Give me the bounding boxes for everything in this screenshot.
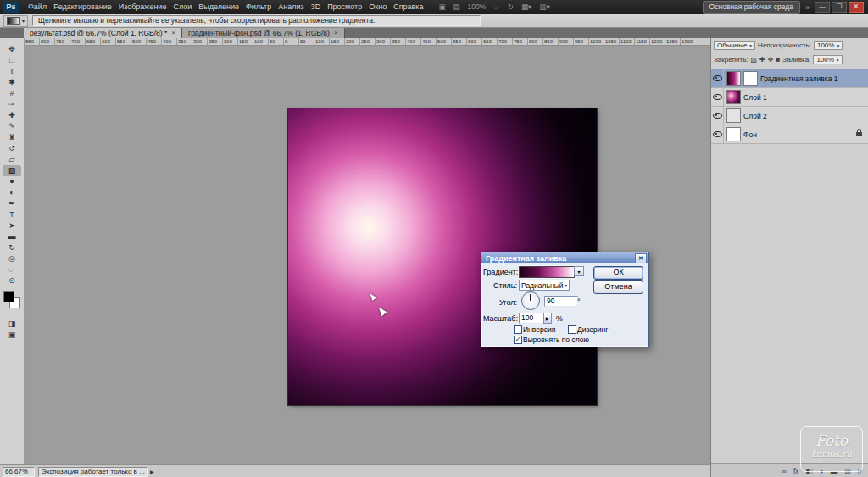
panel-collapse-chevrons[interactable]: »: [805, 3, 810, 12]
orbit-3d-tool[interactable]: ◎: [3, 253, 21, 264]
quick-selection-tool[interactable]: ✱: [3, 77, 21, 88]
status-message: Экспозиция работает только в ...: [38, 467, 148, 477]
marquee-tool[interactable]: □: [3, 55, 21, 66]
menu-item[interactable]: 3D: [308, 0, 325, 14]
pen-tool[interactable]: ✒: [3, 198, 21, 209]
invert-checkbox[interactable]: [514, 325, 522, 334]
lock-position-icon[interactable]: ✥: [768, 56, 774, 64]
menu-item[interactable]: Справка: [390, 0, 426, 14]
arrange-documents-icon[interactable]: ▦▾: [521, 0, 531, 14]
visibility-toggle[interactable]: [711, 125, 724, 143]
minimize-button[interactable]: —: [815, 2, 830, 13]
move-tool[interactable]: ✥: [3, 44, 21, 55]
visibility-toggle[interactable]: [711, 88, 724, 106]
layer-name: Слой 1: [743, 93, 767, 102]
rotate-3d-tool[interactable]: ↻: [3, 242, 21, 253]
layer-thumbnail[interactable]: [726, 90, 741, 104]
angle-dial[interactable]: [521, 291, 540, 310]
status-popup-icon[interactable]: ▶: [150, 469, 154, 474]
layer-row[interactable]: Слой 1: [711, 88, 868, 107]
bridge-icon[interactable]: ▣: [438, 0, 445, 14]
fill-select[interactable]: 100% ▾: [813, 55, 842, 64]
blur-tool[interactable]: ●: [3, 176, 21, 187]
lock-all-icon[interactable]: ■: [776, 56, 781, 64]
angle-input[interactable]: 90: [544, 296, 578, 307]
close-button[interactable]: ✕: [849, 2, 864, 13]
layer-row[interactable]: Градиентная заливка 1: [711, 69, 868, 88]
layer-thumbnail[interactable]: [726, 71, 741, 86]
gradient-tool[interactable]: ▨: [3, 165, 21, 176]
layer-thumbnail[interactable]: [726, 108, 741, 123]
layer-row[interactable]: Слой 2: [711, 107, 868, 125]
maximize-button[interactable]: ❐: [832, 2, 847, 13]
lasso-tool[interactable]: ℓ: [3, 66, 21, 77]
visibility-toggle[interactable]: [711, 107, 724, 125]
shape-tool[interactable]: ▬: [3, 231, 21, 242]
tab-close-icon[interactable]: ×: [171, 29, 175, 36]
dialog-titlebar[interactable]: Градиентная заливка ✕: [481, 252, 648, 263]
opacity-value: 100%: [817, 42, 834, 49]
link-layers-icon[interactable]: ∞: [782, 467, 787, 475]
scale-input[interactable]: 100: [519, 313, 546, 324]
gradient-preset-picker[interactable]: ▾: [3, 15, 28, 27]
scale-popup-icon[interactable]: ▶: [543, 313, 552, 324]
eye-icon: [713, 75, 722, 81]
zoom-level-field[interactable]: 66,67%: [3, 467, 35, 477]
layer-row[interactable]: Фон: [711, 125, 868, 144]
layer-thumbnail[interactable]: [726, 127, 741, 141]
menu-item[interactable]: Изображение: [115, 0, 170, 14]
history-brush-tool[interactable]: ↺: [3, 143, 21, 154]
document-tab-active[interactable]: результат.psd @ 66,7% (Слой 1, RGB/8) * …: [24, 27, 182, 38]
align-checkbox[interactable]: ✓: [514, 336, 522, 344]
layer-mask-thumbnail[interactable]: [743, 71, 758, 86]
path-selection-tool[interactable]: ➤: [3, 220, 21, 231]
type-tool[interactable]: T: [3, 209, 21, 220]
eraser-tool[interactable]: ▱: [3, 154, 21, 165]
hand-icon[interactable]: ☞: [493, 0, 500, 14]
dither-checkbox[interactable]: [568, 325, 576, 334]
lock-transparency-icon[interactable]: ▨: [751, 56, 758, 64]
menu-item[interactable]: Выделение: [195, 0, 242, 14]
dodge-tool[interactable]: ◐: [3, 187, 21, 198]
lock-pixels-icon[interactable]: ✚: [760, 56, 765, 64]
menu-item[interactable]: Файл: [25, 0, 50, 14]
visibility-toggle[interactable]: [711, 69, 724, 87]
layer-style-icon[interactable]: fx: [793, 467, 799, 475]
ok-button[interactable]: ОК: [593, 266, 643, 280]
menu-item[interactable]: Просмотр: [324, 0, 365, 14]
ruler-label: 800: [39, 38, 54, 45]
quick-mask-button[interactable]: ◨: [3, 319, 21, 330]
layer-name: Слой 2: [743, 112, 767, 120]
tool-list: ✥□ℓ✱#✑✚✎♜↺▱▨●◐✒T➤▬↻◎☞⊙: [0, 38, 24, 286]
opacity-select[interactable]: 100% ▾: [814, 41, 843, 50]
dialog-close-icon[interactable]: ✕: [635, 253, 647, 263]
style-select[interactable]: Радиальный ▾: [519, 280, 570, 291]
menu-item[interactable]: Слои: [170, 0, 195, 14]
zoom-tool[interactable]: ⊙: [3, 275, 21, 286]
gradient-preview[interactable]: [519, 266, 575, 278]
menu-item[interactable]: Редактирование: [50, 0, 115, 14]
lock-row: Закрепить: ▨✚✥■ Заливка: 100% ▾: [711, 53, 868, 67]
document-tab-inactive[interactable]: градиентный-фон.psd @ 66,7% (1, RGB/8) ×: [182, 27, 345, 38]
zoom-level[interactable]: 100%: [468, 0, 487, 14]
tab-close-icon[interactable]: ×: [334, 29, 338, 36]
view-extras-icon[interactable]: ▤: [453, 0, 460, 14]
cancel-button[interactable]: Отмена: [593, 280, 643, 294]
workspace-button[interactable]: Основная рабочая среда: [703, 1, 800, 14]
brush-tool[interactable]: ✎: [3, 121, 21, 132]
menu-item[interactable]: Окно: [365, 0, 390, 14]
crop-tool[interactable]: #: [3, 88, 21, 99]
eyedropper-tool[interactable]: ✑: [3, 99, 21, 110]
hand-tool[interactable]: ☞: [3, 264, 21, 275]
gradient-dropdown-icon[interactable]: ▾: [574, 266, 584, 276]
ruler-label: 400: [161, 38, 176, 45]
rotate-view-icon[interactable]: ↻: [508, 0, 514, 14]
foreground-color-swatch[interactable]: [3, 291, 14, 302]
menu-item[interactable]: Анализ: [275, 0, 307, 14]
healing-brush-tool[interactable]: ✚: [3, 110, 21, 121]
screen-mode-button[interactable]: ▣: [3, 330, 21, 341]
screen-mode-icon[interactable]: ▥▾: [539, 0, 549, 14]
clone-stamp-tool[interactable]: ♜: [3, 132, 21, 143]
menu-item[interactable]: Фильтр: [242, 0, 275, 14]
blend-mode-select[interactable]: Обычные ▾: [714, 41, 755, 50]
